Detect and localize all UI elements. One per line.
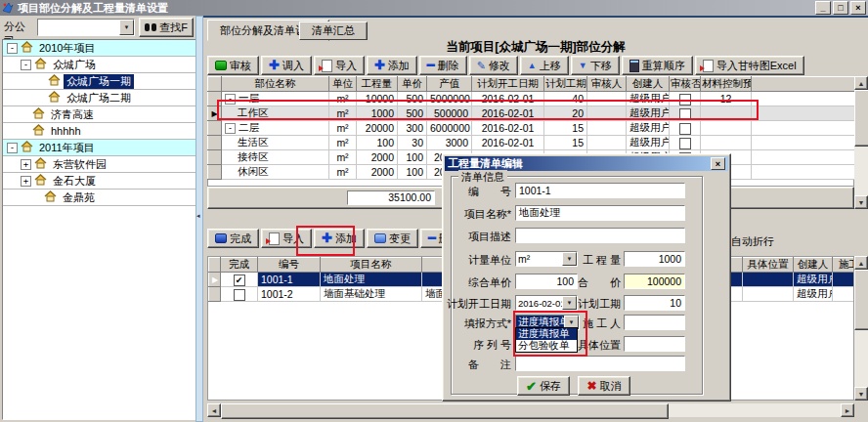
- qty-field[interactable]: 1000: [624, 251, 685, 267]
- col-done[interactable]: 完成: [221, 258, 258, 273]
- import-list-button[interactable]: 导入: [261, 229, 312, 248]
- tab-strip: 部位分解及清单设置 清单汇总: [203, 16, 868, 39]
- audit-button[interactable]: 审核: [207, 56, 259, 75]
- tree-expander-icon[interactable]: +: [21, 176, 31, 187]
- recalc-order-button[interactable]: 重算顺序: [622, 56, 693, 75]
- maximize-button[interactable]: □: [833, 1, 848, 15]
- tree-item-zhongcheng-phase2[interactable]: 众城广场二期: [3, 90, 195, 106]
- scroll-down-icon[interactable]: ▼: [854, 387, 868, 401]
- lower-grid-hscrollbar[interactable]: ◄ ►: [207, 403, 854, 417]
- col-output-value[interactable]: 产值: [427, 77, 472, 92]
- tab-list-summary[interactable]: 清单汇总: [299, 21, 368, 40]
- search-button[interactable]: 查找F: [139, 18, 194, 37]
- col-item-name[interactable]: 项目名称: [321, 258, 422, 273]
- unit-combobox[interactable]: m²▼: [515, 251, 578, 267]
- splitter-collapse-icon[interactable]: ◂: [196, 212, 200, 220]
- table-row[interactable]: -二层 m²20000 3006000000 2016-02-0115 超级用户: [208, 121, 855, 136]
- checkbox[interactable]: [234, 289, 245, 301]
- tree-expander-icon[interactable]: -: [21, 60, 31, 70]
- close-button[interactable]: ×: [850, 1, 866, 15]
- tree-expander-icon[interactable]: +: [21, 159, 31, 170]
- tree-item-2011[interactable]: - 2011年项目: [3, 140, 195, 156]
- add-button[interactable]: ✚添加: [367, 56, 417, 75]
- chevron-down-icon[interactable]: ▼: [562, 252, 577, 266]
- add-list-button[interactable]: ✚添加: [314, 229, 365, 248]
- arrow-down-icon: ▼: [579, 61, 587, 70]
- tree-item-jiqing[interactable]: 济青高速: [3, 106, 195, 123]
- worker-field[interactable]: [624, 315, 685, 330]
- item-name-field[interactable]: 地面处理: [515, 205, 685, 221]
- tree-expander-icon[interactable]: -: [7, 143, 18, 153]
- col-material-budget[interactable]: 材料控制预算: [701, 77, 752, 92]
- checkbox[interactable]: [679, 138, 691, 149]
- tree-item-2010[interactable]: - 2010年项目: [3, 40, 195, 57]
- scroll-down-icon[interactable]: ▼: [854, 195, 868, 209]
- amount-field[interactable]: 100000: [624, 274, 685, 289]
- col-audited[interactable]: 审核否: [670, 77, 701, 92]
- tree-expander-icon[interactable]: -: [7, 43, 18, 54]
- table-row-selected[interactable]: ▶ 工作区 m²1000 500500000 2016-02-0120 超级用户: [208, 106, 855, 121]
- delete-button[interactable]: ━删除: [419, 56, 467, 75]
- tree-expander-icon[interactable]: -: [225, 123, 236, 134]
- minus-icon: ━: [427, 61, 435, 70]
- autowrap-label[interactable]: 自动折行: [731, 234, 774, 249]
- cancel-button[interactable]: ✖取消: [578, 376, 630, 396]
- import-gantt-excel-button[interactable]: 导入甘特图Excel: [695, 56, 804, 75]
- dialog-close-button[interactable]: ×: [711, 157, 725, 170]
- scroll-left-icon[interactable]: ◄: [207, 403, 221, 417]
- tree-item-dongying[interactable]: + 东营软件园: [3, 156, 195, 173]
- lower-grid-vscrollbar[interactable]: ▲ ▼: [854, 256, 868, 401]
- col-auditor[interactable]: 审核人: [587, 77, 627, 92]
- checkbox[interactable]: [679, 94, 691, 106]
- tree-item-jinshi[interactable]: + 金石大厦: [3, 173, 195, 190]
- col-start-date[interactable]: 计划开工日期: [472, 77, 544, 92]
- tree-expander-icon[interactable]: -: [225, 94, 236, 105]
- col-part-name[interactable]: 部位名称: [222, 77, 329, 92]
- table-row[interactable]: 生活区 m²100 303000 2016-02-0115 超级用户: [208, 136, 855, 150]
- checkbox-checked[interactable]: ✔: [234, 274, 245, 286]
- duration-field[interactable]: 10: [624, 295, 685, 311]
- tree-item-zhongcheng[interactable]: - 众城广场: [3, 57, 195, 73]
- import-button[interactable]: 导入: [314, 56, 365, 75]
- upper-grid-vscrollbar[interactable]: ▲ ▼: [854, 76, 868, 209]
- col-location[interactable]: 具体位置: [743, 258, 794, 273]
- start-date-combobox[interactable]: 2016-02-01▼: [515, 295, 578, 311]
- minimize-button[interactable]: _: [815, 1, 831, 15]
- panel-splitter[interactable]: ◂: [195, 16, 203, 422]
- change-button[interactable]: 变更: [367, 229, 418, 248]
- col-code[interactable]: 编号: [258, 258, 321, 273]
- item-desc-field[interactable]: [515, 228, 685, 243]
- col-creator[interactable]: 创建人: [627, 77, 670, 92]
- tree-item-jinding[interactable]: 金鼎苑: [3, 190, 195, 206]
- dialog-titlebar: 工程量清单编辑 ×: [445, 156, 728, 171]
- scroll-up-icon[interactable]: ▲: [854, 76, 868, 90]
- col-unit[interactable]: 单位: [329, 77, 357, 92]
- call-in-button[interactable]: ✚调入: [261, 56, 312, 75]
- location-field[interactable]: [624, 336, 685, 352]
- checkbox[interactable]: [679, 123, 691, 135]
- chevron-down-icon[interactable]: ▼: [562, 296, 577, 310]
- price-field[interactable]: 100: [515, 274, 578, 289]
- table-row[interactable]: -一层 m²10000 5005000000 2016-02-0140 超级用户…: [208, 92, 855, 106]
- move-up-button[interactable]: ▲上移: [520, 56, 569, 75]
- move-down-button[interactable]: ▼下移: [571, 56, 620, 75]
- tree-item-zhongcheng-phase1[interactable]: 众城广场一期: [3, 73, 195, 90]
- col-unit-price[interactable]: 单价: [398, 77, 427, 92]
- col-creator[interactable]: 创建人: [794, 258, 833, 273]
- note-label: 备 注: [451, 358, 511, 372]
- col-duration[interactable]: 计划工期: [544, 77, 587, 92]
- finish-button[interactable]: 完成: [207, 229, 259, 248]
- chevron-down-icon[interactable]: ▼: [119, 20, 134, 35]
- code-field[interactable]: 1001-1: [515, 183, 685, 198]
- col-worker[interactable]: 施工人: [833, 258, 855, 273]
- col-quantity[interactable]: 工程量: [357, 77, 398, 92]
- tree-item-hhhhh[interactable]: hhhhh: [3, 123, 195, 140]
- dropdown-option[interactable]: 分包验收单: [516, 340, 577, 352]
- checkbox[interactable]: [679, 108, 691, 120]
- company-combobox[interactable]: ▼: [37, 19, 135, 36]
- scroll-up-icon[interactable]: ▲: [854, 256, 868, 270]
- save-button[interactable]: ✔保存: [517, 376, 570, 396]
- scroll-right-icon[interactable]: ►: [841, 403, 854, 417]
- note-field[interactable]: [515, 356, 685, 371]
- modify-button[interactable]: ✎修改: [469, 56, 518, 75]
